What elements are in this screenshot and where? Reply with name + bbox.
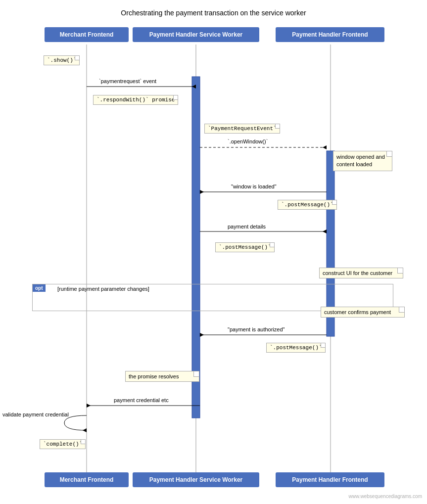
actor-payment-frontend-bottom: Payment Handler Frontend: [276, 472, 384, 487]
payment-credential-label: payment credential etc: [114, 397, 169, 403]
window-loaded-note: window opened and content loaded: [333, 151, 392, 171]
payment-details-label: payment details: [228, 224, 266, 229]
svg-marker-14: [200, 333, 204, 337]
actor-service-worker-bottom: Payment Handler Service Worker: [133, 472, 259, 487]
watermark: www.websequencediagrams.com: [349, 494, 422, 499]
paymentrequestevt-label: `PaymentRequestEvent`: [204, 124, 280, 134]
complete-label: `complete()`: [40, 439, 86, 449]
diagram-title: Orchestrating the payment transaction on…: [0, 0, 427, 22]
opt-label: opt: [33, 284, 46, 292]
postmessage2-label: `.postMessage()`: [215, 242, 275, 252]
promise-resolves-note: the promise resolves: [125, 371, 199, 382]
svg-marker-8: [323, 145, 327, 149]
respondwith-label: `.respondWith()` promise: [93, 95, 178, 105]
actor-payment-frontend-top: Payment Handler Frontend: [276, 27, 384, 42]
postmessage3-label: `.postMessage()`: [266, 343, 326, 353]
svg-marker-10: [200, 190, 204, 194]
arrows-svg: [0, 0, 427, 504]
svg-marker-16: [87, 404, 91, 408]
svg-marker-17: [83, 428, 87, 432]
svg-rect-3: [192, 77, 200, 418]
svg-marker-12: [323, 229, 327, 233]
diagram-container: Orchestrating the payment transaction on…: [0, 0, 427, 504]
actor-merchant-top: Merchant Frontend: [45, 27, 129, 42]
window-loaded-label: "window is loaded": [231, 183, 277, 189]
actor-merchant-bottom: Merchant Frontend: [45, 472, 129, 487]
customer-confirms-note: customer confirms payment: [321, 307, 405, 318]
openwindow-label: `.openWindow()`: [228, 138, 268, 144]
postmessage1-label: `.postMessage()`: [278, 200, 337, 210]
opt-condition: [runtime payment parameter changes]: [57, 286, 149, 292]
paymentrequest-label: `paymentrequest` event: [99, 78, 156, 84]
construct-ui-note: construct UI for the customer: [319, 268, 403, 278]
svg-marker-6: [192, 85, 196, 89]
show-label: `.show()`: [44, 55, 80, 65]
validate-credential-note: validate payment credential: [2, 412, 69, 417]
actor-service-worker-top: Payment Handler Service Worker: [133, 27, 259, 42]
payment-authorized-label: "payment is authorized": [228, 326, 285, 332]
